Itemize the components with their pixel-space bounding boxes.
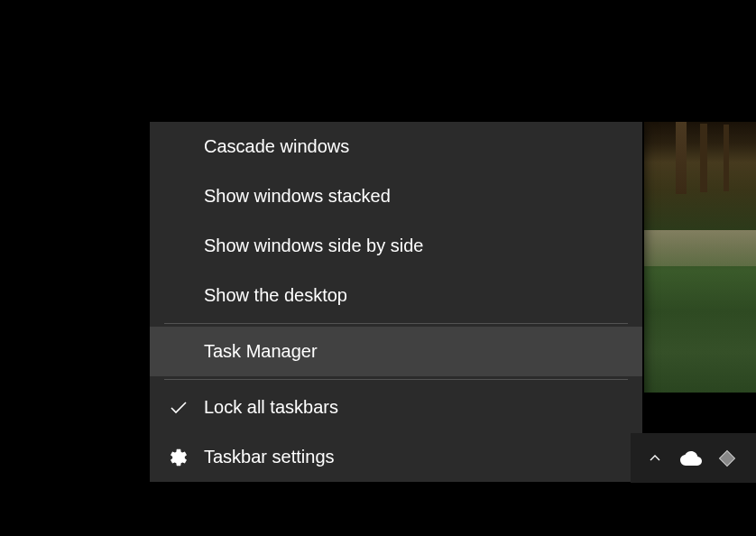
- menu-item-lock-taskbars[interactable]: Lock all taskbars: [150, 383, 642, 432]
- menu-item-taskbar-settings[interactable]: Taskbar settings: [150, 432, 642, 482]
- desktop-wallpaper: [644, 122, 756, 393]
- cloud-icon[interactable]: [679, 447, 703, 470]
- gear-icon: [166, 445, 191, 470]
- menu-item-label: Show windows stacked: [204, 186, 391, 207]
- menu-item-label: Task Manager: [204, 341, 318, 362]
- menu-item-label: Taskbar settings: [204, 447, 335, 467]
- check-icon: [166, 395, 191, 420]
- menu-item-show-side-by-side[interactable]: Show windows side by side: [150, 221, 642, 271]
- menu-item-label: Show the desktop: [204, 285, 347, 306]
- menu-item-cascade-windows[interactable]: Cascade windows: [150, 122, 642, 171]
- chevron-up-icon[interactable]: [643, 447, 667, 470]
- system-tray: [631, 433, 756, 483]
- menu-separator: [164, 379, 628, 380]
- diamond-icon[interactable]: [715, 447, 739, 470]
- menu-item-label: Cascade windows: [204, 136, 349, 157]
- menu-item-label: Show windows side by side: [204, 236, 423, 256]
- screenshot-frame: Cascade windows Show windows stacked Sho…: [72, 54, 684, 433]
- menu-item-show-desktop[interactable]: Show the desktop: [150, 271, 642, 320]
- menu-item-show-stacked[interactable]: Show windows stacked: [150, 171, 642, 221]
- menu-item-label: Lock all taskbars: [204, 397, 338, 418]
- svg-rect-0: [720, 450, 735, 466]
- menu-item-task-manager[interactable]: Task Manager: [150, 327, 642, 376]
- taskbar-context-menu: Cascade windows Show windows stacked Sho…: [150, 122, 642, 482]
- menu-separator: [164, 323, 628, 324]
